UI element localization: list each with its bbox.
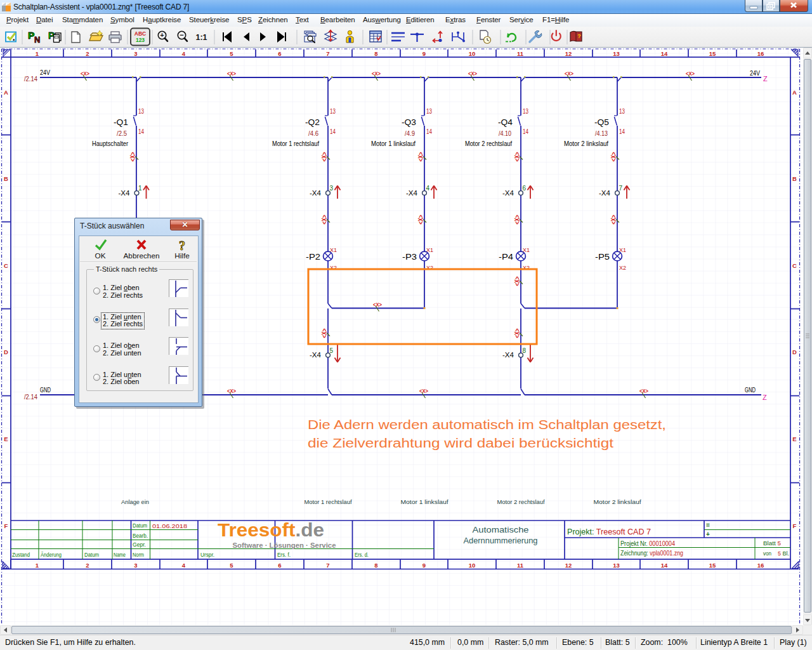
svg-text:5: 5 [230, 50, 233, 57]
svg-text:4: 4 [426, 185, 430, 192]
svg-text:5 Bl.: 5 Bl. [778, 550, 789, 557]
svg-text:9: 9 [422, 50, 426, 57]
svg-text:13: 13 [138, 108, 144, 115]
svg-text:10: 10 [469, 562, 476, 569]
svg-text:Projekt: Treesoft CAD 7: Projekt: Treesoft CAD 7 [567, 527, 651, 536]
svg-text:B: B [4, 175, 8, 182]
svg-text:1: 1 [36, 50, 39, 57]
svg-text:-X4: -X4 [310, 189, 321, 197]
svg-text:16: 16 [757, 562, 764, 569]
svg-text:<X>: <X> [227, 387, 236, 394]
svg-text:24V: 24V [750, 70, 760, 77]
svg-text:-Q4: -Q4 [498, 118, 513, 127]
svg-text:13: 13 [613, 562, 620, 569]
svg-text:6: 6 [278, 562, 281, 569]
svg-text:<X>: <X> [468, 70, 477, 77]
svg-text:B: B [792, 175, 797, 182]
svg-text:?: ? [577, 33, 581, 39]
svg-text:Gepr.: Gepr. [133, 542, 146, 548]
svg-text:=: = [706, 522, 710, 529]
svg-text:1:1: 1:1 [195, 33, 207, 42]
svg-text:-X4: -X4 [502, 351, 514, 359]
svg-text:7: 7 [619, 185, 623, 192]
svg-text:A: A [792, 89, 797, 96]
svg-text:-P3: -P3 [402, 253, 417, 262]
svg-text:Ers. d.: Ers. d. [355, 552, 369, 558]
svg-text:123: 123 [136, 37, 145, 43]
svg-text:15: 15 [709, 562, 716, 569]
svg-text:Motor 1 rechtslauf: Motor 1 rechtslauf [272, 140, 319, 147]
svg-text:8: 8 [374, 562, 377, 569]
svg-text:2: 2 [86, 562, 89, 569]
svg-text:-P2: -P2 [306, 253, 320, 262]
svg-text:/4.6: /4.6 [308, 129, 318, 137]
svg-text:8: 8 [523, 347, 527, 354]
svg-text:-Q5: -Q5 [594, 118, 609, 127]
svg-text:Zeichnung: vpla0001.zng: Zeichnung: vpla0001.zng [620, 550, 683, 557]
svg-text:Die Adern werden automatisch i: Die Adern werden automatisch im Schaltpl… [308, 418, 666, 432]
svg-text:A: A [4, 89, 8, 96]
svg-text:14: 14 [330, 128, 336, 135]
svg-text:3: 3 [134, 562, 137, 569]
svg-text:X2: X2 [619, 264, 626, 271]
svg-text:Hauptschalter: Hauptschalter [92, 140, 128, 147]
svg-text:2: 2 [86, 50, 89, 57]
svg-text:X1: X1 [619, 246, 626, 253]
svg-text:13: 13 [619, 108, 625, 115]
svg-text:X1: X1 [523, 246, 530, 253]
svg-text:-X4: -X4 [310, 351, 321, 359]
svg-text:C: C [792, 262, 797, 269]
svg-text:4: 4 [182, 50, 186, 57]
svg-text:6: 6 [278, 50, 281, 57]
svg-text:15: 15 [709, 50, 716, 57]
svg-text:GND: GND [745, 387, 756, 394]
svg-text:<X>: <X> [81, 70, 89, 77]
svg-text:Motor 2 rechtslauf: Motor 2 rechtslauf [465, 140, 512, 147]
svg-text:Projekt Nr. 00010004: Projekt Nr. 00010004 [620, 540, 675, 547]
svg-text:-X4: -X4 [406, 189, 417, 197]
svg-text:-P4: -P4 [499, 253, 513, 262]
svg-text:Adernnummerierung: Adernnummerierung [464, 536, 538, 545]
svg-text:-Q3: -Q3 [402, 118, 416, 127]
svg-text:-X4: -X4 [119, 189, 130, 197]
svg-text:/4.13: /4.13 [595, 129, 608, 137]
svg-text:Zustand: Zustand [12, 552, 30, 558]
svg-text:Bearb.: Bearb. [133, 533, 148, 539]
svg-text:11: 11 [517, 562, 524, 569]
svg-text:/2.5: /2.5 [117, 129, 127, 137]
svg-text:F: F [793, 522, 797, 529]
svg-text:7: 7 [326, 50, 329, 57]
svg-text:12: 12 [565, 50, 572, 57]
svg-text:5: 5 [330, 347, 334, 354]
svg-text:Norm: Norm [133, 552, 144, 558]
svg-text:14: 14 [523, 128, 528, 135]
svg-text:C: C [4, 262, 8, 269]
svg-text:/4.9: /4.9 [405, 129, 415, 137]
svg-text:Urspr.: Urspr. [200, 552, 214, 558]
svg-text:14: 14 [661, 562, 668, 569]
svg-text:4: 4 [182, 562, 186, 569]
svg-text:11: 11 [517, 50, 524, 57]
svg-text:<X>: <X> [419, 387, 428, 394]
svg-text:+: + [160, 31, 164, 39]
svg-text:13: 13 [523, 108, 528, 115]
svg-text:<X>: <X> [639, 387, 648, 394]
svg-text:8: 8 [374, 50, 377, 57]
svg-text:<X>: <X> [565, 70, 573, 77]
svg-text:13: 13 [330, 108, 336, 115]
svg-text:Motor 2 linkslauf: Motor 2 linkslauf [594, 498, 641, 505]
svg-text:N: N [34, 35, 40, 44]
svg-text:/2.14: /2.14 [24, 76, 37, 83]
svg-text:P: P [28, 30, 34, 41]
svg-text:D: D [792, 348, 797, 355]
svg-text:Treesoft.de: Treesoft.de [218, 520, 324, 540]
svg-text:Ers. f.: Ers. f. [277, 552, 291, 558]
svg-text:X1: X1 [426, 246, 433, 253]
svg-text:Z: Z [763, 75, 768, 83]
svg-text:<X>: <X> [372, 70, 381, 77]
svg-text:die Zielverdrahtung wird dabei: die Zielverdrahtung wird dabei berücksic… [308, 436, 614, 450]
svg-text:Motor 2 linkslauf: Motor 2 linkslauf [564, 140, 608, 147]
svg-text:3: 3 [134, 50, 137, 57]
svg-text:14: 14 [619, 128, 625, 135]
svg-text:GND: GND [40, 387, 51, 394]
